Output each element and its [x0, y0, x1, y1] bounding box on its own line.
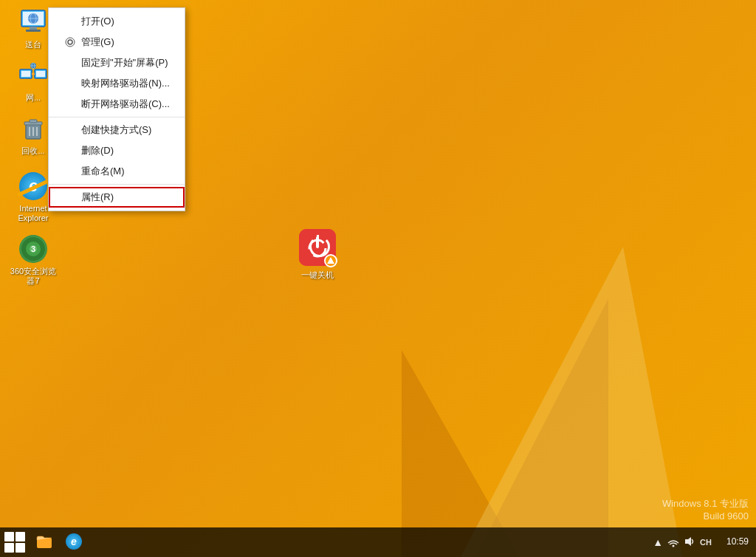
start-tile-4 — [16, 543, 25, 553]
start-tile-3 — [4, 543, 14, 553]
svg-point-33 — [673, 544, 675, 547]
separator-2 — [49, 184, 185, 185]
svg-text:3: 3 — [31, 245, 35, 253]
context-menu-pin-start[interactable]: 固定到"开始"屏幕(P) — [49, 52, 185, 73]
context-menu: 打开(O) 管理(G) 固定到"开始"屏幕(P) 映射网络驱动器(N)... 断… — [48, 7, 185, 211]
taskbar: e ▲ CH 10:59 — [0, 527, 756, 557]
browser360-label: 360安全浏览器7 — [10, 267, 56, 286]
taskbar-ie[interactable]: e — [59, 527, 89, 557]
start-button[interactable] — [0, 527, 30, 557]
start-tile-1 — [4, 532, 14, 541]
context-menu-disconnect[interactable]: 断开网络驱动器(C)... — [49, 94, 185, 115]
svg-marker-34 — [685, 537, 691, 546]
context-menu-delete[interactable]: 删除(D) — [49, 140, 185, 161]
delete-icon — [63, 144, 77, 157]
context-menu-properties[interactable]: 属性(R) — [49, 187, 185, 208]
rename-icon — [63, 165, 77, 178]
pin-icon — [63, 56, 77, 69]
taskbar-ie-icon: e — [66, 533, 82, 550]
network-label: 网... — [26, 93, 41, 103]
svg-rect-10 — [36, 71, 45, 77]
tray-volume-icon[interactable] — [684, 536, 695, 550]
properties-icon — [63, 191, 77, 204]
network-icon-img — [18, 61, 48, 90]
clock-time: 10:59 — [726, 536, 749, 548]
manage-icon — [63, 35, 77, 49]
desktop: 送台 网... — [0, 0, 756, 557]
svg-rect-30 — [316, 236, 319, 248]
svg-point-12 — [32, 72, 35, 75]
power-button-icon[interactable]: 一键关机 — [299, 229, 336, 281]
my-computer-label: 送台 — [25, 40, 41, 49]
taskbar-explorer[interactable] — [30, 527, 59, 557]
svg-marker-31 — [327, 257, 334, 264]
computer-icon-img — [18, 7, 48, 37]
svg-point-29 — [309, 240, 326, 256]
svg-point-27 — [66, 38, 75, 47]
svg-rect-8 — [21, 71, 30, 77]
power-icon-graphic — [299, 229, 336, 266]
power-badge — [324, 254, 337, 267]
ie-label: InternetExplorer — [18, 204, 49, 223]
tray-arrow-icon[interactable]: ▲ — [653, 536, 663, 548]
start-btn-grid — [4, 532, 25, 553]
bg-shape-2 — [461, 247, 682, 557]
start-tile-2 — [16, 532, 25, 541]
power-label: 一键关机 — [301, 270, 334, 281]
folder-icon — [36, 533, 52, 550]
context-menu-map-drive[interactable]: 映射网络驱动器(N)... — [49, 73, 185, 94]
recycle-icon-img — [18, 114, 48, 143]
ie-icon-img: e — [18, 171, 48, 201]
svg-rect-18 — [30, 120, 37, 123]
tray-network-icon[interactable] — [667, 536, 679, 550]
shortcut-icon — [63, 123, 77, 137]
context-menu-shortcut[interactable]: 创建快捷方式(S) — [49, 120, 185, 140]
separator-1 — [49, 117, 185, 117]
map-drive-icon — [63, 77, 77, 90]
svg-rect-6 — [26, 30, 41, 32]
context-menu-rename[interactable]: 重命名(M) — [49, 161, 185, 182]
context-menu-manage[interactable]: 管理(G) — [49, 32, 185, 52]
taskbar-clock[interactable]: 10:59 — [719, 536, 756, 548]
system-tray: ▲ CH — [653, 536, 719, 550]
open-icon — [63, 15, 77, 28]
browser360-icon-img: 3 — [18, 234, 48, 264]
svg-point-26 — [68, 40, 72, 44]
tray-keyboard-icon[interactable]: CH — [700, 538, 712, 547]
recycle-label: 回收... — [21, 146, 44, 156]
svg-rect-5 — [30, 27, 37, 30]
browser360-icon[interactable]: 3 360安全浏览器7 — [7, 234, 59, 286]
context-menu-open[interactable]: 打开(O) — [49, 11, 185, 32]
disconnect-icon — [63, 98, 77, 111]
